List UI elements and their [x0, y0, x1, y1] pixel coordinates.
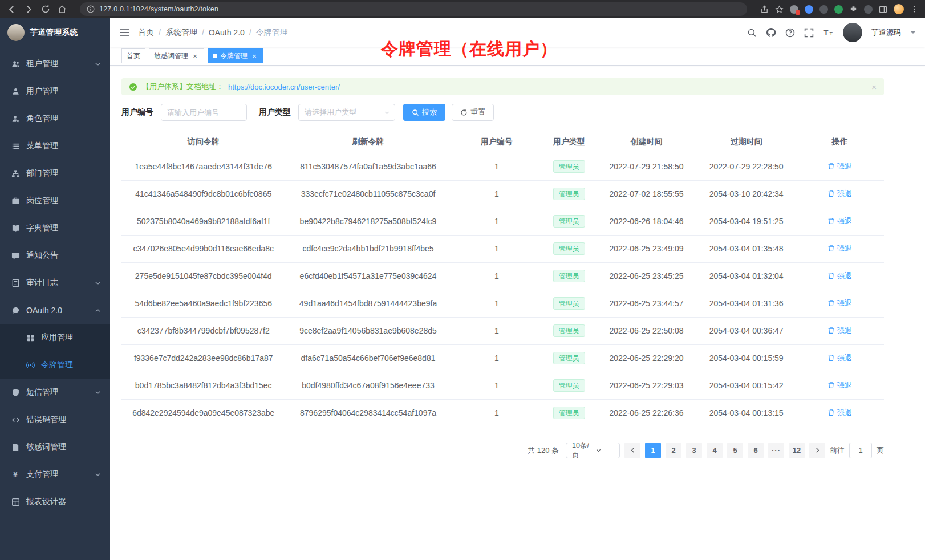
collapse-sidebar-icon[interactable]: [119, 27, 129, 38]
alert-close-icon[interactable]: ×: [871, 82, 877, 92]
sidebar-item-post[interactable]: 岗位管理: [0, 187, 110, 214]
refresh-token-cell: cdfc4ce9c2da4bb1bdf21b9918ff4be5: [285, 235, 451, 262]
browser-menu-icon[interactable]: [910, 5, 918, 13]
sidebar-item-report[interactable]: 报表设计器: [0, 488, 110, 516]
sidebar-item-errcode[interactable]: 错误码管理: [0, 406, 110, 433]
tab-item-1[interactable]: 敏感词管理 ×: [149, 48, 204, 63]
force-logout-button[interactable]: 强退: [827, 408, 852, 418]
extensions-puzzle-icon[interactable]: [849, 5, 858, 14]
tab-label: 敏感词管理: [154, 51, 188, 61]
sidebar-item-token[interactable]: 令牌管理: [0, 351, 110, 379]
sidebar-item-dept[interactable]: 部门管理: [0, 160, 110, 187]
extension-icon[interactable]: [834, 5, 843, 14]
tab-close-icon[interactable]: ×: [191, 52, 199, 60]
username[interactable]: 芋道源码: [871, 27, 901, 38]
force-logout-button[interactable]: 强退: [827, 326, 852, 336]
breadcrumb-item-0[interactable]: 首页: [138, 27, 154, 38]
extension-icon[interactable]: [819, 5, 828, 14]
extension-badged-icon[interactable]: [790, 5, 798, 14]
extension-icon[interactable]: [805, 5, 813, 14]
sidebar-item-menu[interactable]: 菜单管理: [0, 132, 110, 160]
breadcrumb-item-2[interactable]: OAuth 2.0: [209, 28, 245, 37]
sidebar-item-appgrid[interactable]: 应用管理: [0, 324, 110, 351]
help-icon[interactable]: [785, 28, 795, 38]
force-logout-button[interactable]: 强退: [827, 161, 852, 172]
back-icon[interactable]: [7, 5, 17, 14]
search-icon[interactable]: [747, 28, 757, 38]
user-type-select[interactable]: 请选择用户类型: [298, 104, 395, 121]
sidebar-item-log[interactable]: 审计日志: [0, 269, 110, 297]
sidebar-item-user[interactable]: 用户管理: [0, 78, 110, 105]
reload-icon[interactable]: [41, 5, 50, 14]
page-button-4[interactable]: 4: [707, 443, 723, 458]
user-type-badge: 管理员: [553, 270, 585, 282]
sidebar-item-role[interactable]: 角色管理: [0, 105, 110, 132]
reset-button[interactable]: 重置: [452, 104, 494, 121]
expire-time-cell: 2054-03-04 00:36:47: [697, 317, 795, 344]
site-info-icon[interactable]: [87, 5, 95, 13]
user-type-badge: 管理员: [553, 160, 585, 173]
home-icon[interactable]: [58, 5, 67, 14]
sidebar-item-label: 用户管理: [26, 86, 58, 96]
refresh-token-cell: be90422b8c7946218275a508bf524fc9: [285, 208, 451, 235]
tab-item-0[interactable]: 首页: [121, 48, 145, 63]
sidebar-item-sms[interactable]: 短信管理: [0, 379, 110, 406]
page-button-1[interactable]: 1: [645, 443, 661, 458]
page-button-5[interactable]: 5: [727, 443, 743, 458]
user-type-badge: 管理员: [553, 324, 585, 337]
browser-profile-avatar[interactable]: [894, 4, 904, 14]
github-icon[interactable]: [766, 27, 776, 38]
breadcrumb-item-1[interactable]: 系统管理: [165, 27, 197, 38]
tab-close-icon[interactable]: ×: [250, 52, 258, 60]
success-check-icon: [129, 83, 137, 91]
created-time-cell: 2022-07-29 21:58:50: [596, 153, 697, 180]
side-panel-icon[interactable]: [879, 5, 887, 14]
more-pages-button[interactable]: ···: [768, 443, 784, 458]
chevron-down-icon[interactable]: [910, 30, 916, 35]
page-button-6[interactable]: 6: [748, 443, 764, 458]
sidebar-item-label: 角色管理: [26, 113, 58, 124]
app-logo[interactable]: 芋道管理系统: [0, 18, 110, 47]
alert-doc-link[interactable]: https://doc.iocoder.cn/user-center/: [228, 83, 340, 91]
page-button-3[interactable]: 3: [686, 443, 702, 458]
force-logout-button[interactable]: 强退: [827, 353, 852, 363]
column-header: 访问令牌: [121, 131, 285, 153]
page-button-2[interactable]: 2: [666, 443, 681, 458]
sidebar-item-notice[interactable]: 通知公告: [0, 242, 110, 269]
sidebar-item-sensitive[interactable]: 敏感词管理: [0, 433, 110, 461]
force-logout-button[interactable]: 强退: [827, 244, 852, 254]
share-icon[interactable]: [760, 5, 769, 14]
force-logout-button[interactable]: 强退: [827, 216, 852, 226]
sidebar-item-pay[interactable]: ¥ 支付管理: [0, 461, 110, 488]
forward-icon[interactable]: [24, 5, 34, 14]
table-row: b0d1785bc3a8482f812db4a3f3bd15ec b0df498…: [121, 372, 884, 399]
address-bar[interactable]: 127.0.0.1:1024/system/oauth2/token: [80, 2, 747, 16]
force-logout-button[interactable]: 强退: [827, 189, 852, 199]
user-avatar[interactable]: [843, 23, 862, 42]
user-id-input[interactable]: [161, 104, 247, 121]
tab-item-2[interactable]: 令牌管理 ×: [208, 48, 263, 63]
extension-icon[interactable]: [864, 5, 873, 14]
sidebar-item-label: 岗位管理: [26, 196, 58, 206]
force-logout-button[interactable]: 强退: [827, 298, 852, 309]
sidebar-item-dict[interactable]: 字典管理: [0, 214, 110, 242]
force-logout-button[interactable]: 强退: [827, 380, 852, 391]
table-row: 1ea5e44f8bc1467aaede43144f31de76 811c530…: [121, 153, 884, 180]
next-page-button[interactable]: [809, 443, 825, 458]
user-type-cell: 管理员: [542, 399, 596, 427]
fullscreen-icon[interactable]: [804, 28, 814, 38]
bookmark-star-icon[interactable]: [775, 5, 784, 14]
font-size-icon[interactable]: TT: [823, 27, 834, 38]
page-button-12[interactable]: 12: [789, 443, 805, 458]
user-id-cell: 1: [451, 180, 542, 208]
expire-time-cell: 2054-03-04 01:31:36: [697, 290, 795, 317]
search-button[interactable]: 搜索: [403, 104, 445, 121]
access-token-cell: 502375b8040a469a9b82188afdf6af1f: [121, 208, 285, 235]
sidebar-item-tenant[interactable]: 租户管理: [0, 50, 110, 78]
sidebar-item-oauth[interactable]: OAuth 2.0: [0, 297, 110, 324]
page-size-select[interactable]: 10条/页: [566, 443, 620, 458]
goto-page-input[interactable]: [849, 443, 872, 458]
force-logout-button[interactable]: 强退: [827, 271, 852, 281]
prev-page-button[interactable]: [624, 443, 640, 458]
user-id-cell: 1: [451, 208, 542, 235]
